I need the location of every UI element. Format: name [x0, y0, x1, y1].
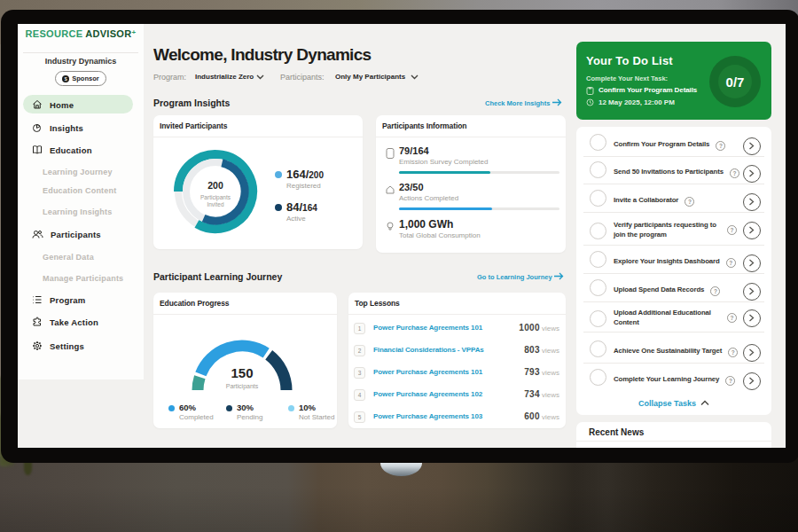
svg-text:Participants: Participants	[226, 383, 259, 390]
svg-text:Invited: Invited	[207, 201, 224, 207]
svg-text:150: 150	[231, 365, 253, 380]
svg-text:200: 200	[207, 180, 223, 191]
svg-text:Participants: Participants	[200, 194, 231, 201]
